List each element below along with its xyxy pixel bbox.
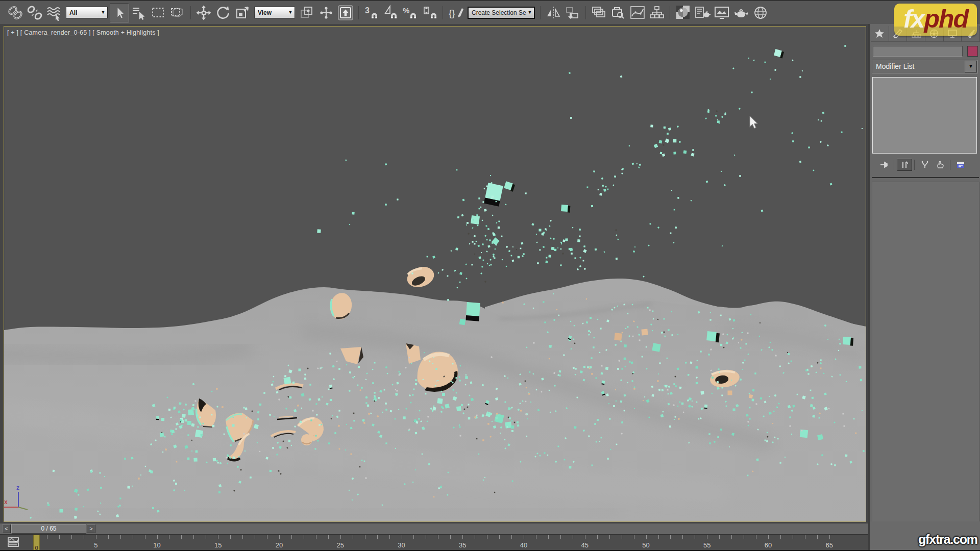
svg-text:%: % xyxy=(403,6,409,15)
svg-text:z: z xyxy=(16,484,19,491)
svg-text:3: 3 xyxy=(365,6,370,15)
svg-text:x: x xyxy=(4,498,8,506)
svg-text:{}: {} xyxy=(449,8,455,18)
